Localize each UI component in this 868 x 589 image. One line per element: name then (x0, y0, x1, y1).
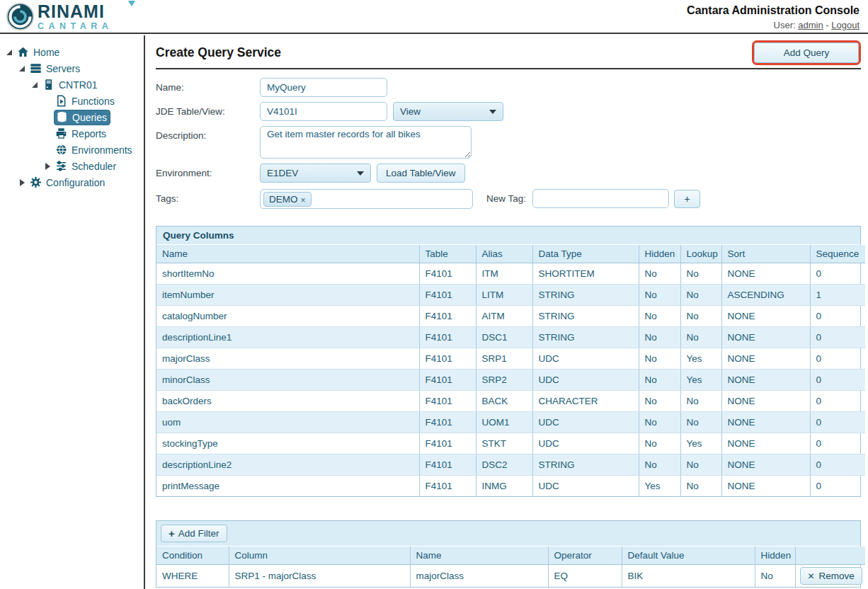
remove-filter-button[interactable]: ✕Remove (800, 567, 862, 585)
cantara-logo-icon (6, 2, 35, 31)
table-cell: 0 (810, 348, 865, 370)
sidebar-item-configuration[interactable]: Configuration (0, 174, 144, 190)
arrow-spacer (44, 114, 54, 121)
query-columns-header-row: NameTableAliasData TypeHiddenLookupSortS… (156, 245, 865, 263)
reports-icon (55, 127, 69, 140)
sidebar-item-label: Queries (72, 113, 107, 122)
sidebar-item-label: Scheduler (72, 161, 116, 171)
table-cell: 0 (810, 412, 865, 433)
chevron-down-icon (357, 171, 364, 176)
expand-arrow-icon[interactable] (44, 163, 54, 170)
tag-remove-icon[interactable]: × (301, 195, 306, 205)
table-cell: INMG (476, 476, 532, 497)
description-label: Description: (156, 126, 260, 141)
sidebar-item-home[interactable]: Home (0, 44, 144, 60)
table-type-select[interactable]: View (393, 102, 503, 121)
table-cell: UDC (532, 433, 639, 454)
table-cell: NONE (721, 370, 810, 391)
table-cell: Yes (680, 348, 721, 370)
column-header: Table (419, 245, 476, 263)
query-column-row: majorClassF4101SRP1UDCNoYesNONE0 (156, 348, 865, 370)
table-cell: F4101 (419, 433, 476, 454)
add-filter-button[interactable]: + Add Filter (161, 525, 227, 542)
table-cell: BIK (622, 565, 755, 588)
collapse-arrow-icon[interactable] (31, 81, 41, 88)
column-header: Hidden (639, 245, 680, 263)
sidebar-item-environments[interactable]: Environments (0, 142, 144, 158)
table-cell: F4101 (419, 370, 476, 391)
query-column-row: itemNumberF4101LITMSTRINGNoNoASCENDING1 (156, 285, 865, 306)
query-form: Name: JDE Table/View: View Description: … (156, 69, 861, 209)
table-cell: 0 (810, 327, 865, 348)
table-cell: 0 (810, 454, 865, 476)
table-cell: AITM (476, 306, 532, 327)
query-column-row: shortItemNoF4101ITMSHORTITEMNoNoNONE0 (156, 263, 865, 285)
table-cell: STRING (532, 327, 639, 348)
table-cell: NONE (721, 348, 810, 370)
column-header: Operator (548, 547, 622, 565)
sidebar-item-queries[interactable]: Queries (0, 109, 144, 125)
environments-icon (55, 144, 69, 156)
query-columns-panel: Query Columns NameTableAliasData TypeHid… (156, 226, 861, 497)
logo-accent-triangle-icon (128, 1, 135, 6)
collapse-arrow-icon[interactable] (18, 65, 28, 72)
query-column-row: descriptionLine1F4101DSC1STRINGNoNoNONE0 (156, 327, 865, 348)
table-cell: No (639, 412, 680, 433)
sidebar-item-reports[interactable]: Reports (0, 125, 144, 142)
table-cell: Yes (680, 370, 721, 391)
column-header: Condition (156, 547, 229, 565)
sidebar-item-scheduler[interactable]: Scheduler (0, 158, 144, 174)
jde-table-view-input[interactable] (260, 102, 387, 121)
table-cell: SRP1 - majorClass (229, 565, 410, 588)
arrow-spacer (44, 147, 54, 154)
table-cell: NONE (721, 454, 810, 476)
column-header: Data Type (532, 245, 639, 263)
sidebar-item-cntr01[interactable]: CNTR01 (0, 76, 144, 93)
tags-input[interactable]: DEMO× (260, 189, 473, 209)
sidebar-item-label: Servers (46, 64, 80, 74)
name-input[interactable] (260, 78, 387, 97)
column-header: Lookup (680, 245, 721, 263)
environment-selected-value: E1DEV (267, 168, 298, 178)
separator: - (826, 20, 828, 30)
description-textarea[interactable]: Get item master records for all bikes (260, 126, 472, 159)
table-cell: catalogNumber (156, 306, 419, 327)
logout-link[interactable]: Logout (831, 20, 860, 30)
server-icon (42, 79, 56, 91)
table-cell: No (639, 370, 680, 391)
table-cell: STRING (532, 306, 639, 327)
table-cell: F4101 (419, 263, 476, 285)
table-cell: NONE (721, 412, 810, 433)
sidebar-item-functions[interactable]: Functions (0, 93, 144, 109)
table-cell: No (680, 263, 721, 285)
app-logo: RINAMI CANTARA (6, 2, 113, 31)
home-icon (17, 46, 30, 59)
column-header: Name (410, 547, 548, 565)
table-cell: minorClass (156, 370, 419, 391)
tag-chip: DEMO× (263, 192, 312, 207)
table-cell: No (639, 454, 680, 476)
environment-select[interactable]: E1DEV (260, 164, 371, 183)
table-cell: ASCENDING (721, 285, 810, 306)
new-tag-input[interactable] (532, 189, 669, 208)
query-columns-title: Query Columns (156, 227, 860, 245)
arrow-spacer (44, 98, 54, 105)
expand-arrow-icon[interactable] (18, 179, 28, 186)
table-cell: No (680, 391, 721, 412)
table-cell: stockingType (156, 433, 419, 454)
add-tag-button[interactable]: + (674, 190, 700, 208)
load-table-view-button[interactable]: Load Table/View (377, 164, 465, 183)
table-cell: No (639, 433, 680, 454)
add-query-button[interactable]: Add Query (754, 42, 859, 63)
table-cell: F4101 (419, 285, 476, 306)
query-column-row: catalogNumberF4101AITMSTRINGNoNoNONE0 (156, 306, 865, 327)
collapse-arrow-icon[interactable] (6, 49, 16, 56)
queries-icon (56, 111, 69, 124)
sidebar-item-servers[interactable]: Servers (0, 60, 144, 76)
user-link[interactable]: admin (798, 20, 823, 30)
main-content: Create Query Service Add Query Name: JDE… (156, 35, 861, 588)
table-cell: NONE (721, 476, 810, 497)
sidebar-item-label: Functions (72, 96, 115, 106)
table-type-selected-value: View (400, 106, 421, 117)
table-cell: DSC1 (476, 327, 532, 348)
